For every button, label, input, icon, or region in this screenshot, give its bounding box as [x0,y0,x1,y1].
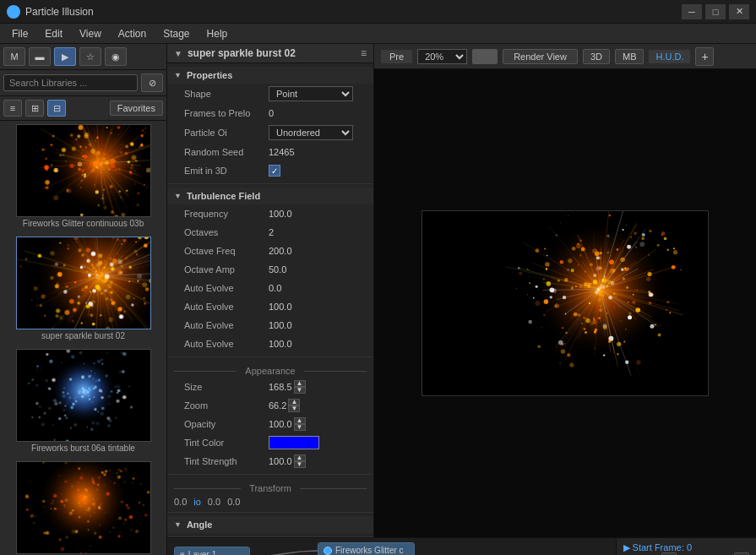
frames-prelo-label: Frames to Prelo [184,108,269,118]
minimize-button[interactable]: ─ [682,4,702,19]
section-header-properties[interactable]: ▼ Properties [167,67,373,84]
list-item[interactable]: Fireworks burst 06a tintable [16,349,151,454]
view-row: ≡ ⊞ ⊟ Favorites [0,96,166,121]
emit-3d-label: Emit in 3D [184,166,269,176]
list-item[interactable] [16,461,151,555]
list-view-button[interactable]: ≡ [3,100,22,117]
section-header-turbulence[interactable]: ▼ Turbulence Field [167,188,373,204]
favorites-button[interactable]: Favorites [110,101,163,116]
panel-title: super sparkle burst 02 [188,47,296,59]
grid-view-button[interactable]: ⊟ [47,100,66,117]
thumbnail-label: Fireworks Glitter continuous 03b [16,217,151,230]
pre-button[interactable]: Pre [381,50,412,63]
thumbnail-image [16,237,151,329]
auto-evolve3-value: 100.0 [269,320,367,330]
opacity-input-group: 100.0 ▲ ▼ [269,417,306,431]
transform-label: Transform [244,483,296,493]
tint-color-label: Tint Color [184,438,269,448]
random-seed-label: Random Seed [184,147,269,157]
auto-evolve2-row: Auto Evolve 100.0 [167,297,373,316]
menu-help[interactable]: Help [199,26,237,41]
panel-header: ▼ super sparkle burst 02 ≡ [167,44,373,63]
play-button[interactable]: ▶ [54,47,76,66]
render-view-button[interactable]: Render View [503,49,578,64]
divider-line [300,488,367,489]
section-header-angle[interactable]: ▼ Angle [167,516,373,533]
maximize-button[interactable]: □ [705,4,726,19]
3d-mode-button[interactable]: 3D [583,49,610,64]
shape-label: Shape [184,89,269,99]
expand-button[interactable]: + [695,47,714,66]
section-arrow: ▼ [174,71,182,79]
hud-button[interactable]: H.U.D. [649,50,690,63]
octave-amp-value: 50.0 [269,264,367,275]
film-button[interactable]: ▬ [29,47,51,66]
opacity-down[interactable]: ▼ [294,424,306,431]
appearance-label: Appearance [240,366,300,376]
timeline-right: ▶ Start Frame: 0 0 100 – [616,538,756,555]
tint-strength-down[interactable]: ▼ [294,461,306,468]
thumbnail-label: Fireworks burst 06a tintable [16,442,151,454]
zoom-preview-swatch [472,49,498,64]
zoom-label: Zoom [184,400,269,411]
auto-evolve2-label: Auto Evolve [184,302,269,312]
emit-3d-checkbox[interactable] [269,165,280,177]
opacity-label: Opacity [184,419,269,429]
tint-strength-input-group: 100.0 ▲ ▼ [269,454,306,468]
tint-strength-row: Tint Strength 100.0 ▲ ▼ [167,452,373,471]
camera-button[interactable]: ◉ [105,47,127,66]
menu-action[interactable]: Action [110,26,155,41]
size-down[interactable]: ▼ [294,387,306,394]
app-title: Particle Illusion [25,6,677,18]
random-seed-row: Random Seed 12465 [167,143,373,161]
section-arrow: ▼ [174,520,182,529]
search-clear-button[interactable]: ⊘ [141,73,163,92]
mb-button[interactable]: MB [615,49,645,64]
thumbnail-area: Fireworks Glitter continuous 03b super s… [0,121,166,555]
octave-freq-label: Octave Freq [184,246,269,256]
zoom-down[interactable]: ▼ [288,405,300,412]
frequency-value: 100.0 [269,209,367,219]
close-button[interactable]: ✕ [729,4,749,19]
zoom-select[interactable]: 20% 50% 100% [417,49,467,64]
preview-toolbar: Pre 20% 50% 100% Render View 3D MB H.U.D… [374,44,756,69]
detail-view-button[interactable]: ⊞ [25,100,44,117]
properties-panel: ▼ super sparkle burst 02 ≡ ▼ Properties … [167,44,374,537]
section-label: Properties [187,70,232,80]
menu-file[interactable]: File [3,26,36,41]
tint-strength-label: Tint Strength [184,456,269,466]
list-item[interactable]: Fireworks Glitter continuous 03b [16,124,151,230]
panel-menu-icon[interactable]: ≡ [361,47,367,59]
node-area: ≡ Layer 1 Fireworks Glitter c [167,538,756,555]
layer1-node[interactable]: ≡ Layer 1 [174,547,250,555]
zoom-input-group: 66.2 ▲ ▼ [269,399,300,412]
octave-freq-row: Octave Freq 200.0 [167,242,373,260]
input-port [324,547,332,555]
left-panel: M ▬ ▶ ☆ ◉ ⊘ ≡ ⊞ ⊟ Favorites Fireworks Gl… [0,44,167,555]
menu-view[interactable]: View [71,26,110,41]
divider-line [174,488,241,489]
transform-z: 0.0 [227,497,240,507]
particle-order-select[interactable]: Unordered [269,125,353,140]
frames-prelo-row: Frames to Prelo 0 [167,104,373,122]
monitor-button[interactable]: M [3,47,25,66]
app-icon [7,5,20,19]
transform-y: 0.0 [208,497,220,507]
shape-select[interactable]: Point [269,86,353,101]
star-button[interactable]: ☆ [79,47,101,66]
section-label: Angle [187,520,213,530]
fireworks-glitter-node[interactable]: Fireworks Glitter c [318,542,415,555]
preview-canvas-area [374,69,756,537]
tint-color-swatch[interactable] [269,436,319,449]
start-frame-value: 0 [687,542,692,552]
menu-stage[interactable]: Stage [155,26,198,41]
octave-amp-label: Octave Amp [184,264,269,275]
properties-section: ▼ Properties Shape Point Frames to Prelo… [167,63,373,184]
transform-values-row: 0.0 io 0.0 0.0 [167,495,373,509]
list-item[interactable]: super sparkle burst 02 [16,237,151,342]
search-input[interactable] [3,74,138,91]
frequency-row: Frequency 100.0 [167,204,373,223]
turbulence-section: ▼ Turbulence Field Frequency 100.0 Octav… [167,184,373,357]
menu-edit[interactable]: Edit [36,26,71,41]
collapse-arrow: ▼ [174,49,182,58]
